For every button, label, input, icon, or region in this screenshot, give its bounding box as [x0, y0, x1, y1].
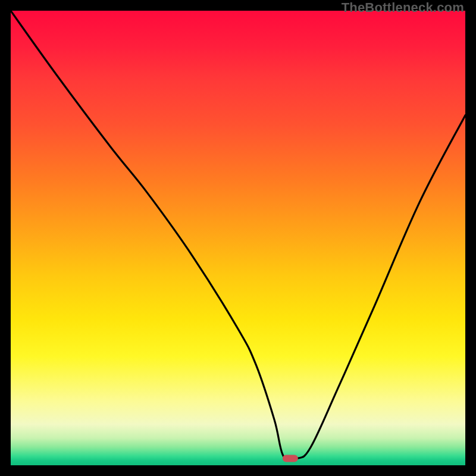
curve-layer: [11, 11, 465, 465]
plot-area: [11, 11, 465, 465]
min-marker: [283, 455, 298, 462]
watermark-text: TheBottleneck.com: [342, 0, 464, 15]
bottleneck-curve: [11, 11, 465, 461]
chart-frame: TheBottleneck.com: [0, 0, 476, 476]
